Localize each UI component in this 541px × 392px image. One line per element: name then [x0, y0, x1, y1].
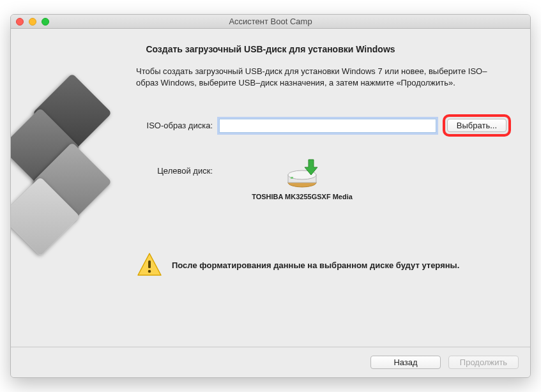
titlebar: Ассистент Boot Camp	[11, 15, 530, 29]
footer: Назад Продолжить	[11, 347, 530, 377]
target-disk-label: Целевой диск:	[136, 156, 219, 176]
svg-point-5	[148, 270, 151, 273]
target-disk-item[interactable]: TOSHIBA MK3255GSXF Media	[238, 156, 366, 200]
window-controls	[16, 18, 49, 26]
page-title: Создать загрузочный USB-диск для установ…	[11, 44, 530, 54]
instruction-text: Чтобы создать загрузочный USB-диск для у…	[136, 66, 511, 89]
warning-icon	[136, 252, 163, 278]
warning-text: После форматирования данные на выбранном…	[172, 260, 459, 270]
choose-button[interactable]: Выбрать...	[447, 119, 507, 132]
zoom-icon[interactable]	[42, 18, 49, 26]
content-area: Создать загрузочный USB-диск для установ…	[11, 29, 530, 347]
minimize-icon[interactable]	[29, 18, 36, 26]
window-title: Ассистент Boot Camp	[229, 17, 312, 26]
iso-label: ISO-образ диска:	[136, 121, 219, 130]
iso-path-input[interactable]	[219, 119, 436, 133]
continue-button[interactable]: Продолжить	[448, 356, 519, 369]
svg-rect-3	[291, 177, 293, 179]
bootcamp-icon	[27, 66, 130, 278]
back-button[interactable]: Назад	[370, 356, 441, 369]
bootcamp-assistant-window: Ассистент Boot Camp Создать загрузочный …	[10, 14, 531, 378]
target-disk-name: TOSHIBA MK3255GSXF Media	[252, 193, 353, 200]
disk-icon	[286, 156, 319, 189]
svg-rect-4	[148, 260, 151, 268]
close-icon[interactable]	[16, 18, 24, 26]
highlight-annotation: Выбрать...	[443, 114, 511, 137]
